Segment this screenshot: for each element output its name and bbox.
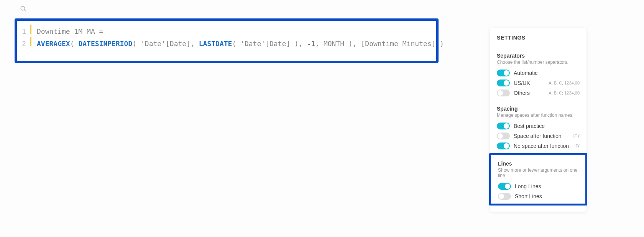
option-hint: A; B; C; 1234,00 <box>549 91 580 95</box>
code-token: 'Date'[Date] <box>141 38 191 49</box>
section-title: Spacing <box>490 106 586 113</box>
code-token: -1 <box>307 38 315 49</box>
code-token: 'Date'[Date] <box>240 38 290 49</box>
code-token: , <box>191 38 199 49</box>
option-label: No space after function <box>514 143 571 149</box>
toggle-knob <box>504 70 509 76</box>
code-token: DATESINPERIOD <box>78 38 132 49</box>
toggle-knob <box>504 123 509 129</box>
settings-option: OthersA; B; C; 1234,00 <box>490 88 586 98</box>
settings-option: Automatic <box>490 68 586 78</box>
gutter-bar <box>30 25 31 34</box>
code-editor[interactable]: 1Downtime 1M MA =2AVERAGEX( DATESINPERIO… <box>15 18 439 63</box>
settings-option: US/UKA, B, C, 1234.00 <box>490 78 586 88</box>
code-token: AVERAGEX <box>37 38 70 49</box>
code-token: ( <box>232 38 240 49</box>
settings-section-lines: LinesShow more or fewer arguments on one… <box>489 153 587 206</box>
code-token: ) <box>344 38 353 49</box>
code-token: ( <box>70 38 79 49</box>
option-hint: IF ( <box>573 134 580 138</box>
option-label: US/UK <box>514 80 545 86</box>
settings-option: Long Lines <box>491 181 585 191</box>
toggle-separators-2[interactable] <box>497 89 510 96</box>
toggle-spacing-1[interactable] <box>497 133 510 139</box>
settings-title: SETTINGS <box>490 35 586 47</box>
section-title: Lines <box>491 161 585 167</box>
toggle-lines-1[interactable] <box>498 193 511 200</box>
option-label: Short Lines <box>515 193 578 199</box>
settings-option: Best practice <box>490 121 586 131</box>
toggle-knob <box>498 90 503 96</box>
toggle-knob <box>504 80 509 86</box>
code-token: , <box>315 38 324 49</box>
toggle-knob <box>498 133 503 139</box>
option-label: Best practice <box>514 123 580 129</box>
toggle-spacing-2[interactable] <box>497 143 510 149</box>
option-hint: IF( <box>575 144 580 148</box>
section-desc: Show more or fewer arguments on one line <box>491 167 585 181</box>
code-token: Downtime 1M MA = <box>37 26 103 37</box>
toggle-knob <box>505 184 510 189</box>
toggle-separators-0[interactable] <box>497 70 510 76</box>
gutter-bar <box>30 37 31 46</box>
toggle-separators-1[interactable] <box>497 80 510 86</box>
code-line[interactable]: 2AVERAGEX( DATESINPERIOD( 'Date'[Date], … <box>19 37 434 49</box>
code-token: , <box>299 38 307 49</box>
search-icon[interactable] <box>20 5 27 14</box>
settings-option: No space after functionIF( <box>490 141 586 151</box>
code-line[interactable]: 1Downtime 1M MA = <box>19 25 434 37</box>
code-token: MONTH <box>324 38 344 49</box>
code-token: [Downtime Minutes] <box>361 38 435 49</box>
settings-section-spacing: SpacingManage spaces after function name… <box>490 100 586 153</box>
option-label: Space after function <box>514 133 570 139</box>
section-title: Separators <box>490 53 586 60</box>
svg-line-1 <box>24 10 26 12</box>
settings-option: Short Lines <box>491 191 585 201</box>
settings-section-separators: SeparatorsChoose the list/number separat… <box>490 47 586 100</box>
line-number: 2 <box>19 38 30 49</box>
code-token: ( <box>132 38 141 49</box>
section-desc: Choose the list/number separators. <box>490 60 586 68</box>
line-number: 1 <box>19 26 30 37</box>
code-token: ) <box>436 38 444 49</box>
svg-point-0 <box>21 6 25 10</box>
settings-panel: SETTINGS SeparatorsChoose the list/numbe… <box>490 28 586 212</box>
toggle-knob <box>499 194 504 199</box>
option-label: Others <box>514 90 545 96</box>
code-token: ) <box>290 38 299 49</box>
code-token: , <box>353 38 361 49</box>
section-desc: Manage spaces after function names. <box>490 113 586 121</box>
option-label: Long Lines <box>515 183 578 189</box>
option-hint: A, B, C, 1234.00 <box>549 81 580 85</box>
toggle-spacing-0[interactable] <box>497 123 510 129</box>
settings-option: Space after functionIF ( <box>490 131 586 141</box>
option-label: Automatic <box>514 70 580 76</box>
code-token: LASTDATE <box>199 38 232 49</box>
toggle-lines-0[interactable] <box>498 183 511 190</box>
toggle-knob <box>504 143 509 149</box>
